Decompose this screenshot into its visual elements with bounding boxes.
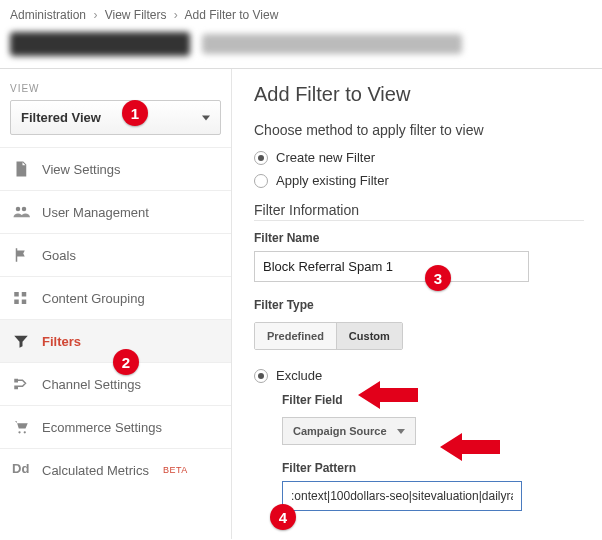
breadcrumb-current: Add Filter to View [185,8,279,22]
flag-icon [12,246,30,264]
radio-label: Exclude [276,368,322,383]
sidebar: VIEW Filtered View View Settings User Ma… [0,69,232,539]
radio-icon [254,151,268,165]
choose-method-label: Choose method to apply filter to view [254,122,584,138]
annotation-arrow-icon [358,378,418,412]
radio-apply-existing[interactable]: Apply existing Filter [254,173,584,188]
filter-name-label: Filter Name [254,231,584,245]
dd-icon: Dd [12,461,30,479]
group-icon [12,289,30,307]
breadcrumb-view-filters[interactable]: View Filters [105,8,167,22]
sidebar-item-label: User Management [42,205,149,220]
chevron-down-icon [397,429,405,434]
radio-label: Apply existing Filter [276,173,389,188]
channel-icon [12,375,30,393]
sidebar-item-label: View Settings [42,162,121,177]
view-dropdown[interactable]: Filtered View [10,100,221,135]
svg-rect-6 [14,379,18,383]
svg-rect-5 [22,300,27,305]
annotation-badge-1: 1 [122,100,148,126]
sidebar-item-label: Content Grouping [42,291,145,306]
filter-field-value: Campaign Source [293,425,387,437]
sidebar-item-user-management[interactable]: User Management [0,190,231,233]
content: Add Filter to View Choose method to appl… [232,69,602,539]
sidebar-item-ecommerce-settings[interactable]: Ecommerce Settings [0,405,231,448]
filter-name-input[interactable] [254,251,529,282]
tab-custom[interactable]: Custom [337,323,402,349]
tab-predefined[interactable]: Predefined [255,323,337,349]
users-icon [12,203,30,221]
breadcrumb-sep: › [174,8,178,22]
svg-point-0 [16,207,21,212]
filter-pattern-input[interactable] [282,481,522,511]
cart-icon [12,418,30,436]
annotation-badge-4: 4 [270,504,296,530]
sidebar-item-label: Ecommerce Settings [42,420,162,435]
radio-icon [254,174,268,188]
sidebar-item-label: Channel Settings [42,377,141,392]
svg-point-1 [22,207,27,212]
svg-marker-11 [440,433,500,461]
blurred-title-row [0,28,602,68]
blurred-subtitle [202,34,462,54]
svg-rect-4 [14,300,19,305]
breadcrumb-sep: › [93,8,97,22]
blurred-title [10,32,190,56]
sidebar-item-calculated-metrics[interactable]: Dd Calculated Metrics BETA [0,448,231,491]
radio-icon [254,369,268,383]
file-icon [12,160,30,178]
filter-type-tabs: Predefined Custom [254,322,403,350]
sidebar-item-label: Calculated Metrics [42,463,149,478]
filter-icon [12,332,30,350]
beta-badge: BETA [163,465,188,475]
svg-marker-10 [358,381,418,409]
radio-label: Create new Filter [276,150,375,165]
view-dropdown-value: Filtered View [21,110,101,125]
annotation-badge-2: 2 [113,349,139,375]
annotation-arrow-icon [440,430,500,464]
breadcrumb: Administration › View Filters › Add Filt… [0,0,602,28]
svg-rect-3 [22,292,27,297]
filter-information-heading: Filter Information [254,202,584,221]
sidebar-item-label: Filters [42,334,81,349]
radio-exclude[interactable]: Exclude [254,368,584,383]
chevron-down-icon [202,115,210,120]
page-title: Add Filter to View [254,83,584,106]
annotation-badge-3: 3 [425,265,451,291]
svg-rect-2 [14,292,19,297]
svg-point-9 [24,431,26,433]
radio-create-new[interactable]: Create new Filter [254,150,584,165]
svg-point-8 [18,431,20,433]
sidebar-item-label: Goals [42,248,76,263]
view-section-label: VIEW [0,79,231,100]
breadcrumb-admin[interactable]: Administration [10,8,86,22]
filter-field-label: Filter Field [282,393,584,407]
filter-pattern-label: Filter Pattern [282,461,584,475]
sidebar-item-view-settings[interactable]: View Settings [0,147,231,190]
sidebar-item-goals[interactable]: Goals [0,233,231,276]
filter-field-dropdown[interactable]: Campaign Source [282,417,416,445]
sidebar-item-content-grouping[interactable]: Content Grouping [0,276,231,319]
filter-type-label: Filter Type [254,298,584,312]
svg-rect-7 [14,386,18,390]
